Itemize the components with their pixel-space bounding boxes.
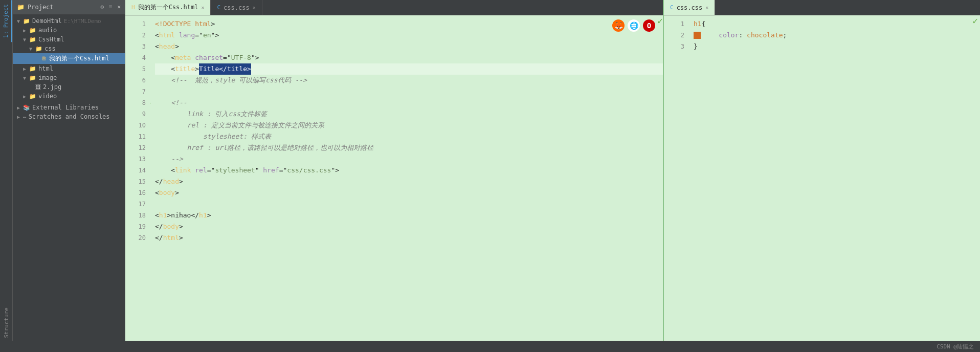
right-editor-content: 1 2 3 h1{ color: chocolate; } [664, 15, 980, 352]
arrow-2jpg [29, 84, 35, 90]
tab-css-right-close[interactable]: ✕ [705, 5, 708, 10]
left-check-mark: ✓ [657, 15, 663, 26]
sidebar-item-ext-libs[interactable]: ▶ 📚 External Libraries [13, 103, 125, 112]
label-html: html [38, 65, 53, 72]
tab-css-right[interactable]: C css.css ✕ [664, 0, 715, 15]
sidebar-item-wo-de-css[interactable]: 🗎 我的第一个Css.html [13, 53, 125, 64]
folder-icon-DemoHtml: 📁 [23, 18, 30, 25]
arrow-html: ▶ [23, 66, 29, 72]
label-2jpg: 2.jpg [43, 83, 61, 91]
scratches-icon: ✏ [23, 114, 27, 120]
arrow-CssHtml: ▼ [23, 37, 29, 42]
right-code-line-3: } [694, 41, 980, 52]
label-DemoHtml: DemoHtml [32, 17, 62, 25]
tab-css-close[interactable]: ✕ [253, 5, 256, 10]
arrow-image: ▼ [23, 75, 29, 81]
vtab-project[interactable]: 1: Project [1, 0, 12, 42]
code-line-7 [155, 86, 663, 97]
code-line-2: <html lang="en"> [155, 30, 663, 41]
sidebar-item-image[interactable]: ▼ 📁 image [13, 73, 125, 82]
arrow-ext-libs: ▶ [17, 105, 23, 111]
label-ext-libs: External Libraries [32, 104, 99, 111]
right-editor: C css.css ✕ 1 2 3 h1{ color: chocolate; [663, 0, 980, 352]
label-CssHtml: CssHtml [38, 36, 64, 43]
code-line-19: </body> [155, 221, 663, 232]
code-line-16: <body> [155, 187, 663, 199]
code-line-6: <!-- 规范，style 可以编写css代码 --> [155, 75, 663, 86]
library-icon: 📚 [23, 104, 30, 111]
code-line-5: <title>Title</title> [155, 63, 663, 75]
code-line-20: </html> [155, 232, 663, 244]
vertical-tab-strip: 1: Project 7: Structure [0, 0, 13, 352]
sidebar-title: Project [28, 4, 54, 11]
code-line-15: </head> [155, 176, 663, 187]
label-css: css [44, 45, 56, 52]
arrow-audio: ▶ [23, 28, 29, 33]
css-tab-icon: C [217, 4, 220, 11]
code-line-18: <h1>nihao</h1> [155, 210, 663, 221]
sidebar-item-css[interactable]: ▼ 📁 css [13, 44, 125, 53]
arrow-video: ▶ [23, 94, 29, 99]
code-line-9: link : 引入css文件标签 [155, 108, 663, 120]
project-icon: 📁 [17, 4, 25, 11]
folder-icon-image: 📁 [29, 75, 36, 81]
tab-html-label: 我的第一个Css.html [138, 3, 198, 12]
folder-icon-html: 📁 [29, 65, 36, 72]
folder-icon-audio: 📁 [29, 27, 36, 34]
code-line-1: <!DOCTYPE html> [155, 18, 663, 30]
right-check-mark: ✓ [972, 15, 978, 26]
status-text: CSDN @陆懦之 [937, 343, 974, 350]
tab-html-close[interactable]: ✕ [201, 5, 204, 10]
left-editor: H 我的第一个Css.html ✕ C css.css ✕ 🦊 🌐 O 1 2 … [125, 0, 663, 352]
left-editor-content: 1 2 3 4 5 6 7 8 9 10 11 12 13 14 15 16 1… [125, 15, 663, 352]
firefox-icon[interactable]: 🦊 [612, 19, 625, 32]
html-tab-icon: H [131, 4, 135, 11]
sidebar-item-html[interactable]: ▶ 📁 html [13, 64, 125, 73]
sidebar-close-icon[interactable]: ✕ [117, 4, 121, 10]
folder-icon-video: 📁 [29, 93, 36, 100]
label-video: video [38, 93, 57, 100]
left-tab-bar: H 我的第一个Css.html ✕ C css.css ✕ [125, 0, 663, 15]
code-line-3: <head> [155, 41, 663, 52]
code-line-12: href : url路径，该路径可以是绝对路径，也可以为相对路径 [155, 142, 663, 153]
left-code-area[interactable]: <!DOCTYPE html> <html lang="en"> <head> … [150, 15, 663, 352]
arrow-scratches: ▶ [17, 114, 23, 120]
right-code-line-1: h1{ [694, 18, 980, 30]
sidebar-item-video[interactable]: ▶ 📁 video [13, 92, 125, 101]
image-file-icon: 🖼 [35, 84, 41, 91]
tab-html[interactable]: H 我的第一个Css.html ✕ [125, 0, 211, 15]
label-image: image [38, 74, 57, 81]
label-audio: audio [38, 27, 57, 34]
code-line-10: rel : 定义当前文件与被连接文件之间的关系 [155, 120, 663, 131]
tab-css[interactable]: C css.css ✕ [211, 0, 262, 15]
sidebar-item-CssHtml[interactable]: ▼ 📁 CssHtml [13, 35, 125, 44]
label-scratches: Scratches and Consoles [29, 113, 110, 120]
code-line-14: <link rel="stylesheet" href="css/css.css… [155, 165, 663, 176]
code-line-17 [155, 199, 663, 210]
css-tab-right-icon: C [670, 4, 674, 11]
arrow-DemoHtml: ▼ [17, 18, 23, 24]
sidebar-settings-icon[interactable]: ⚙ [100, 4, 104, 10]
sidebar: 📁 Project ⚙ ≡ ✕ ▼ 📁 DemoHtml E:\HTMLDemo… [13, 0, 125, 352]
sidebar-item-scratches[interactable]: ▶ ✏ Scratches and Consoles [13, 112, 125, 121]
label-wo-de-css: 我的第一个Css.html [49, 54, 109, 63]
sidebar-header: 📁 Project ⚙ ≡ ✕ [13, 0, 125, 14]
folder-icon-css: 📁 [35, 46, 42, 52]
chrome-icon[interactable]: 🌐 [628, 19, 640, 32]
arrow-wo-de-css [35, 56, 41, 61]
status-bar: CSDN @陆懦之 [0, 341, 980, 352]
sidebar-collapse-icon[interactable]: ≡ [109, 4, 113, 10]
left-line-numbers: 1 2 3 4 5 6 7 8 9 10 11 12 13 14 15 16 1… [125, 15, 150, 352]
opera-icon[interactable]: O [643, 19, 655, 32]
sidebar-item-2jpg[interactable]: 🖼 2.jpg [13, 82, 125, 92]
tab-css-label: css.css [224, 4, 250, 11]
code-line-4: <meta charset="UTF-8"> [155, 52, 663, 63]
right-code-line-2: color: chocolate; [694, 30, 980, 41]
code-line-11: stylesheet: 样式表 [155, 131, 663, 142]
right-code-area[interactable]: h1{ color: chocolate; } [688, 15, 980, 352]
html-file-icon: 🗎 [41, 55, 47, 62]
sidebar-item-DemoHtml[interactable]: ▼ 📁 DemoHtml E:\HTMLDemo [13, 16, 125, 26]
color-swatch [694, 32, 701, 39]
sidebar-item-audio[interactable]: ▶ 📁 audio [13, 26, 125, 35]
code-line-13: --> [155, 153, 663, 165]
